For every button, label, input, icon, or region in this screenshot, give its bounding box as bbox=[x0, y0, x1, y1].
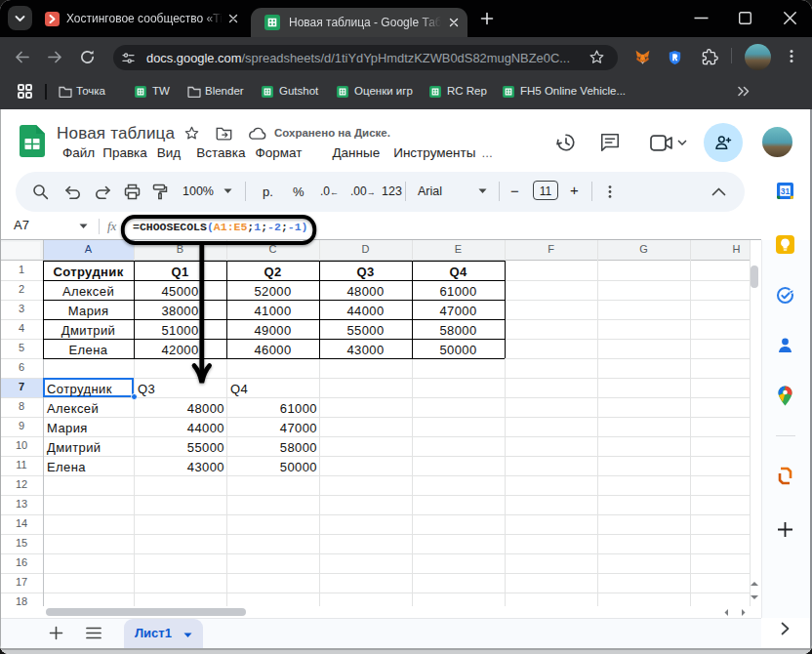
svg-text:31: 31 bbox=[781, 186, 791, 196]
